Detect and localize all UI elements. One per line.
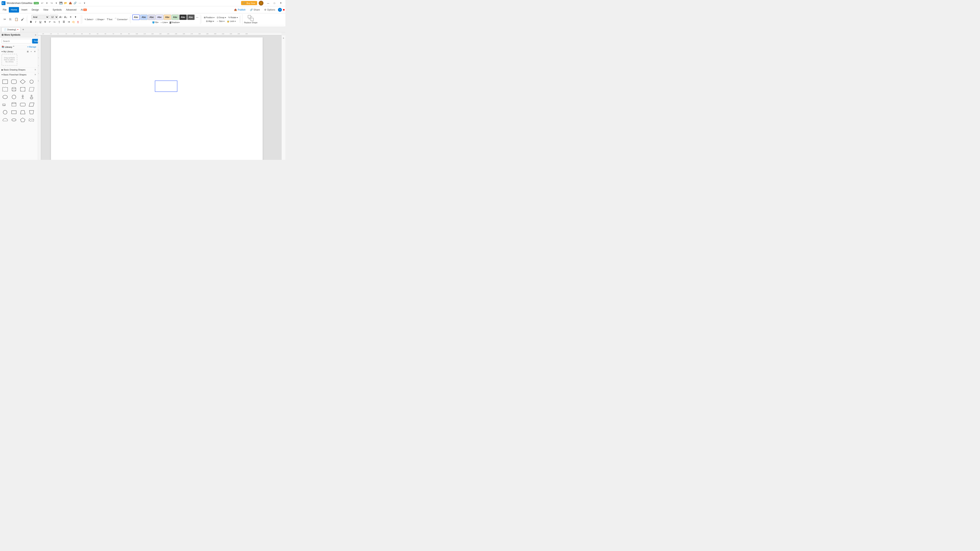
select-tool-button[interactable]: ↖ Select ▾ [84,17,94,21]
underline-button[interactable]: U [38,20,43,24]
redo-dropdown[interactable]: ▾ [54,1,59,5]
publish-button[interactable]: 📤 Publish [232,8,247,12]
menu-ai[interactable]: Ai hot [79,7,89,13]
style-4[interactable]: Abc [156,14,163,20]
save-button[interactable]: 💾 [59,1,63,5]
rotate-button[interactable]: ↻ Rotate ▾ [228,16,239,19]
shape-circle[interactable] [10,94,18,100]
text-format-button[interactable]: T̲ [57,20,61,24]
share-button[interactable]: 🔗 Share [248,8,261,12]
shape-circle2[interactable] [2,109,9,116]
replace-shape-button[interactable]: Replace Shape [242,14,259,24]
menu-symbols[interactable]: Symbols [51,7,64,13]
shape-cylinder2[interactable] [10,101,18,108]
increase-font-button[interactable]: A↑ [59,15,63,19]
style-1[interactable]: Abc [132,14,140,20]
cut-button[interactable]: ✂ [2,17,8,21]
size-button[interactable]: ↔ Size ▾ [215,20,225,23]
search-input[interactable] [2,39,31,43]
close-button[interactable]: ✕ [278,1,284,5]
connector-tool-button[interactable]: ⌒ Connector ▾ [114,17,129,22]
help-button[interactable]: ? [278,8,282,12]
menu-insert[interactable]: Insert [19,7,29,13]
user-avatar[interactable] [259,1,263,5]
menu-view[interactable]: View [41,7,50,13]
subscript-button[interactable]: x₂ [52,20,57,24]
manage-button[interactable]: ✏ Manage [27,46,36,48]
customize-button[interactable]: ▾ [82,1,87,5]
shape-rect[interactable] [2,78,9,85]
shape-rounded-rect2[interactable] [19,101,26,108]
highlight-button[interactable]: ab̲ [71,20,75,24]
superscript-button[interactable]: x² [48,20,52,24]
open-button[interactable]: 📂 [64,1,68,5]
menu-design[interactable]: Design [30,7,41,13]
lock-button[interactable]: 🔒 Lock ▾ [226,20,237,23]
style-6[interactable]: Abc [172,14,179,20]
basic-flowchart-shapes-header[interactable]: ▾ Basic Flowchart Shapes ✕ [0,72,38,77]
shape-cylinder[interactable] [10,86,18,93]
add-tab-button[interactable]: + [21,28,25,32]
italic-button[interactable]: I [33,20,38,24]
strikethrough-button[interactable]: S̶ [43,20,47,24]
paste-button[interactable]: 📋 [13,17,20,21]
group-button[interactable]: ⊡ Group ▾ [216,16,227,19]
options-button[interactable]: ⚙ Options [262,8,277,12]
font-color-button[interactable]: A̲ [76,20,80,24]
list-button[interactable]: ☰ [62,20,66,24]
shape-cloud[interactable] [2,116,9,124]
basic-drawing-shapes-header[interactable]: ▶ Basic Drawing Shapes ✕ [0,67,38,72]
shape-data[interactable] [28,86,35,93]
shape-trapezoid2[interactable] [28,109,35,116]
canvas-rect-shape[interactable] [155,81,177,92]
shape-rounded-rect[interactable] [10,78,18,85]
style-2[interactable]: Abc [140,14,148,20]
close-drawing-shapes-button[interactable]: ✕ [34,68,36,71]
shape-stadium[interactable] [28,78,35,85]
maximize-button[interactable]: □ [271,1,278,5]
decrease-font-button[interactable]: A↓ [64,15,68,19]
collapse-sidebar-button[interactable]: « [35,33,36,36]
shape-oval[interactable] [10,116,18,124]
shape-person[interactable] [19,94,26,100]
shape-tool-button[interactable]: □ Shape ▾ [95,17,105,21]
shape-diamond[interactable] [19,78,26,85]
menu-file[interactable]: File [1,7,8,13]
menu-advanced[interactable]: Advanced [64,7,78,13]
redo-button[interactable]: ↪ [49,1,54,5]
style-5[interactable]: Abc [164,14,171,20]
buy-now-title-btn[interactable]: 🛒 Buy Now [241,1,257,5]
fill-button[interactable]: 🪣 Fill ▾ [151,21,159,24]
align-arrange-button[interactable]: ⊟ Align ▾ [205,20,215,23]
import-button[interactable]: ⊞ [26,50,29,53]
export-button[interactable]: 📤 [68,1,73,5]
shape-yes-no[interactable]: Yes [2,101,9,108]
shape-trapezoid[interactable] [19,109,26,116]
close-flowchart-shapes-button[interactable]: ✕ [34,73,36,76]
canvas-area[interactable]: $ 2 2 2 2 16 [38,35,285,160]
add-library-button[interactable]: + [30,50,33,53]
undo-dropdown[interactable]: ▾ [45,1,49,5]
undo-button[interactable]: ↩ [40,1,44,5]
bold-button[interactable]: B [29,20,33,24]
shape-rect3[interactable] [10,109,18,116]
line-style-button[interactable]: — Line ▾ [160,21,169,24]
right-panel-btn1[interactable]: ≡ [282,37,285,40]
menu-home[interactable]: Home [9,7,19,13]
shape-corners-rect[interactable] [19,86,26,93]
align-dropdown[interactable]: ▾ [73,15,78,19]
font-size-select[interactable]: 12 [49,15,58,19]
shape-pentagon[interactable] [19,116,26,124]
shape-wave[interactable] [28,116,35,124]
shadow-button[interactable]: ▓ Shadow ▾ [169,21,180,24]
shape-wave-rect[interactable] [2,86,9,93]
format-paint-button[interactable]: 🖌 [20,17,25,21]
style-7[interactable]: Abc [179,14,187,20]
align-button[interactable]: ≡ [68,15,73,19]
text-tool-button[interactable]: T Text [106,17,113,21]
minimize-button[interactable]: — [265,1,271,5]
indent-button[interactable]: ⇥ [67,20,71,24]
position-button[interactable]: ⊞ Position ▾ [203,16,215,19]
shape-parallelogram[interactable] [28,101,35,108]
canvas-paper[interactable] [51,37,262,160]
